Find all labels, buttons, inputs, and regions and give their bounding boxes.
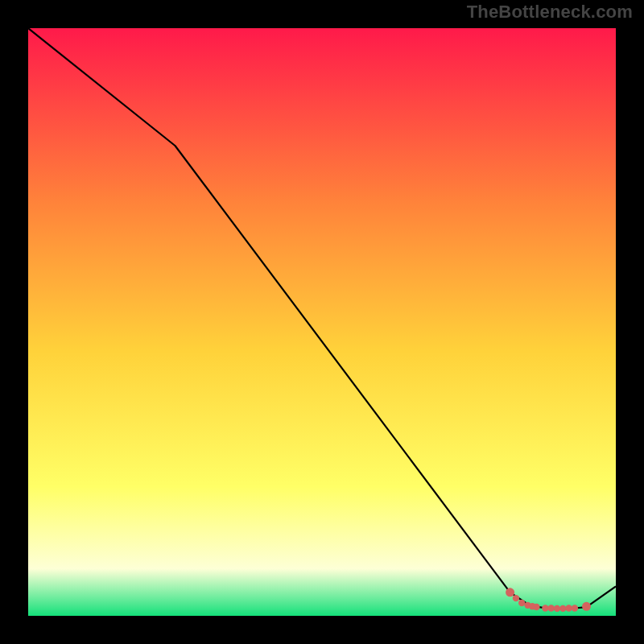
data-marker: [506, 588, 514, 597]
data-marker: [582, 602, 591, 611]
watermark-text: TheBottleneck.com: [467, 2, 633, 23]
data-marker: [513, 595, 519, 601]
plot-area: [28, 28, 616, 616]
data-marker: [542, 605, 548, 611]
data-marker: [565, 605, 572, 611]
data-marker: [518, 600, 525, 606]
data-marker: [572, 605, 578, 611]
chart-stage: TheBottleneck.com: [0, 0, 644, 644]
gradient-background: [28, 28, 616, 616]
data-marker: [554, 605, 560, 612]
data-marker: [559, 605, 566, 612]
chart-svg: [28, 28, 616, 616]
data-marker: [548, 605, 555, 611]
data-marker: [533, 604, 539, 610]
